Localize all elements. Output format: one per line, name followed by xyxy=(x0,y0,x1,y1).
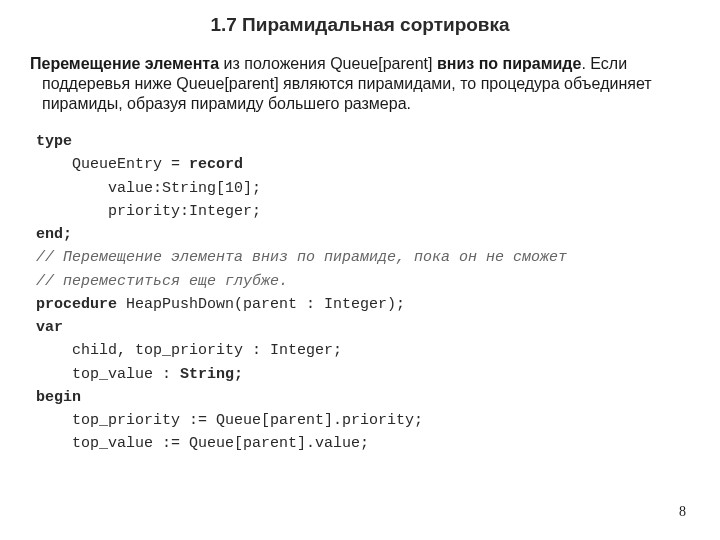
code-kw: String; xyxy=(180,366,243,383)
page-number: 8 xyxy=(679,504,686,520)
code-line: value:String[10]; xyxy=(36,177,720,200)
code-text: top_value : xyxy=(36,366,180,383)
code-kw: begin xyxy=(36,389,81,406)
code-kw: end; xyxy=(36,226,72,243)
code-kw: type xyxy=(36,133,72,150)
code-line: priority:Integer; xyxy=(36,200,720,223)
code-comment: // Перемещение элемента вниз по пирамиде… xyxy=(36,246,720,269)
description-text: Перемещение элемента из положения Queue[… xyxy=(12,36,720,114)
code-line: top_value := Queue[parent].value; xyxy=(36,432,720,455)
code-line: top_priority := Queue[parent].priority; xyxy=(36,409,720,432)
code-line: child, top_priority : Integer; xyxy=(36,339,720,362)
desc-bold-2: вниз по пирамиде xyxy=(437,55,582,72)
code-text: HeapPushDown(parent : Integer); xyxy=(117,296,405,313)
code-kw: var xyxy=(36,319,63,336)
desc-text-1: из положения Queue[parent] xyxy=(219,55,437,72)
code-comment: // переместиться еще глубже. xyxy=(36,270,720,293)
desc-bold-1: Перемещение элемента xyxy=(30,55,219,72)
code-text: QueueEntry = xyxy=(36,156,189,173)
code-kw: record xyxy=(189,156,243,173)
slide-title: 1.7 Пирамидальная сортировка xyxy=(0,0,720,36)
code-block: type QueueEntry = record value:String[10… xyxy=(0,114,720,456)
code-kw: procedure xyxy=(36,296,117,313)
